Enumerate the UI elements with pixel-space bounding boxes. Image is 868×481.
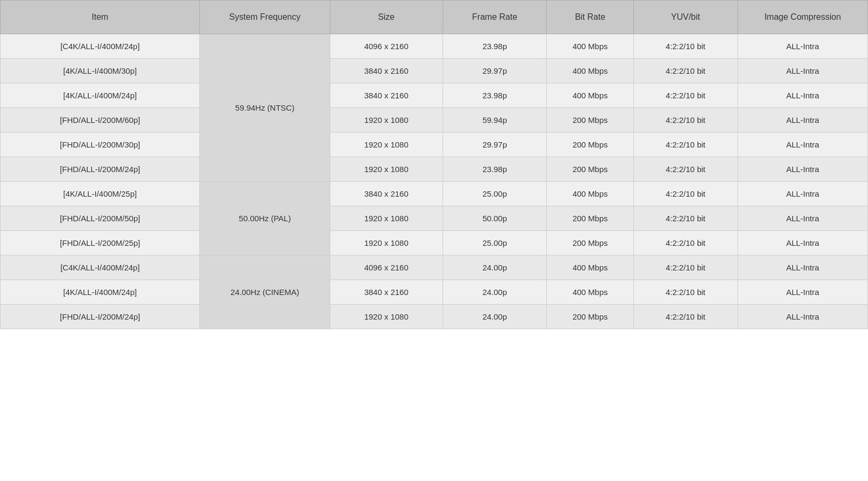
cell-yuv-bit: 4:2:2/10 bit xyxy=(633,157,738,182)
header-yuv-bit: YUV/bit xyxy=(633,1,738,34)
cell-frame-rate: 24.00p xyxy=(443,305,547,329)
cell-frame-rate: 24.00p xyxy=(443,280,547,305)
header-item: Item xyxy=(1,1,200,34)
cell-size: 1920 x 1080 xyxy=(330,133,443,157)
cell-frame-rate: 59.94p xyxy=(443,108,547,133)
table-row: [4K/ALL-I/400M/24p]3840 x 216024.00p400 … xyxy=(1,280,868,305)
cell-bit-rate: 400 Mbps xyxy=(547,182,633,206)
cell-image-compression: ALL-Intra xyxy=(738,157,868,182)
cell-image-compression: ALL-Intra xyxy=(738,206,868,231)
table-row: [C4K/ALL-I/400M/24p]59.94Hz (NTSC)4096 x… xyxy=(1,34,868,59)
table-row: [FHD/ALL-I/200M/24p]1920 x 108023.98p200… xyxy=(1,157,868,182)
header-frame-rate: Frame Rate xyxy=(443,1,547,34)
cell-image-compression: ALL-Intra xyxy=(738,280,868,305)
cell-image-compression: ALL-Intra xyxy=(738,83,868,108)
cell-frame-rate: 23.98p xyxy=(443,83,547,108)
cell-system-frequency: 50.00Hz (PAL) xyxy=(200,182,330,255)
cell-yuv-bit: 4:2:2/10 bit xyxy=(633,83,738,108)
cell-item: [FHD/ALL-I/200M/30p] xyxy=(1,133,200,157)
header-image-compression: Image Compression xyxy=(738,1,868,34)
header-size: Size xyxy=(330,1,443,34)
cell-yuv-bit: 4:2:2/10 bit xyxy=(633,255,738,280)
table-row: [FHD/ALL-I/200M/24p]1920 x 108024.00p200… xyxy=(1,305,868,329)
cell-frame-rate: 25.00p xyxy=(443,231,547,255)
table-row: [FHD/ALL-I/200M/50p]1920 x 108050.00p200… xyxy=(1,206,868,231)
cell-frame-rate: 29.97p xyxy=(443,133,547,157)
cell-item: [4K/ALL-I/400M/24p] xyxy=(1,83,200,108)
cell-image-compression: ALL-Intra xyxy=(738,59,868,83)
cell-image-compression: ALL-Intra xyxy=(738,182,868,206)
cell-item: [4K/ALL-I/400M/25p] xyxy=(1,182,200,206)
data-table: Item System Frequency Size Frame Rate Bi… xyxy=(0,0,868,329)
cell-size: 3840 x 2160 xyxy=(330,182,443,206)
table-row: [FHD/ALL-I/200M/60p]1920 x 108059.94p200… xyxy=(1,108,868,133)
cell-yuv-bit: 4:2:2/10 bit xyxy=(633,280,738,305)
header-bit-rate: Bit Rate xyxy=(547,1,633,34)
table-row: [4K/ALL-I/400M/30p]3840 x 216029.97p400 … xyxy=(1,59,868,83)
cell-size: 4096 x 2160 xyxy=(330,255,443,280)
cell-yuv-bit: 4:2:2/10 bit xyxy=(633,34,738,59)
cell-frame-rate: 24.00p xyxy=(443,255,547,280)
cell-image-compression: ALL-Intra xyxy=(738,255,868,280)
cell-bit-rate: 200 Mbps xyxy=(547,305,633,329)
cell-frame-rate: 25.00p xyxy=(443,182,547,206)
cell-frame-rate: 23.98p xyxy=(443,157,547,182)
table-row: [C4K/ALL-I/400M/24p]24.00Hz (CINEMA)4096… xyxy=(1,255,868,280)
cell-item: [FHD/ALL-I/200M/24p] xyxy=(1,305,200,329)
cell-item: [4K/ALL-I/400M/30p] xyxy=(1,59,200,83)
cell-size: 1920 x 1080 xyxy=(330,305,443,329)
cell-bit-rate: 400 Mbps xyxy=(547,34,633,59)
cell-image-compression: ALL-Intra xyxy=(738,305,868,329)
cell-item: [4K/ALL-I/400M/24p] xyxy=(1,280,200,305)
cell-bit-rate: 200 Mbps xyxy=(547,133,633,157)
cell-frame-rate: 23.98p xyxy=(443,34,547,59)
cell-yuv-bit: 4:2:2/10 bit xyxy=(633,133,738,157)
table-row: [4K/ALL-I/400M/24p]3840 x 216023.98p400 … xyxy=(1,83,868,108)
cell-image-compression: ALL-Intra xyxy=(738,108,868,133)
table-row: [4K/ALL-I/400M/25p]50.00Hz (PAL)3840 x 2… xyxy=(1,182,868,206)
cell-image-compression: ALL-Intra xyxy=(738,34,868,59)
cell-frame-rate: 50.00p xyxy=(443,206,547,231)
table-row: [FHD/ALL-I/200M/30p]1920 x 108029.97p200… xyxy=(1,133,868,157)
header-system-frequency: System Frequency xyxy=(200,1,330,34)
cell-size: 1920 x 1080 xyxy=(330,231,443,255)
cell-size: 1920 x 1080 xyxy=(330,108,443,133)
table-container: Item System Frequency Size Frame Rate Bi… xyxy=(0,0,868,329)
cell-yuv-bit: 4:2:2/10 bit xyxy=(633,231,738,255)
cell-bit-rate: 400 Mbps xyxy=(547,255,633,280)
cell-bit-rate: 200 Mbps xyxy=(547,108,633,133)
cell-size: 3840 x 2160 xyxy=(330,83,443,108)
cell-bit-rate: 200 Mbps xyxy=(547,206,633,231)
cell-bit-rate: 400 Mbps xyxy=(547,83,633,108)
cell-size: 1920 x 1080 xyxy=(330,157,443,182)
cell-item: [C4K/ALL-I/400M/24p] xyxy=(1,255,200,280)
cell-bit-rate: 400 Mbps xyxy=(547,59,633,83)
cell-yuv-bit: 4:2:2/10 bit xyxy=(633,206,738,231)
cell-item: [FHD/ALL-I/200M/50p] xyxy=(1,206,200,231)
cell-item: [C4K/ALL-I/400M/24p] xyxy=(1,34,200,59)
cell-item: [FHD/ALL-I/200M/25p] xyxy=(1,231,200,255)
cell-size: 3840 x 2160 xyxy=(330,59,443,83)
cell-size: 1920 x 1080 xyxy=(330,206,443,231)
cell-system-frequency: 59.94Hz (NTSC) xyxy=(200,34,330,182)
cell-bit-rate: 200 Mbps xyxy=(547,231,633,255)
cell-size: 4096 x 2160 xyxy=(330,34,443,59)
cell-yuv-bit: 4:2:2/10 bit xyxy=(633,305,738,329)
cell-yuv-bit: 4:2:2/10 bit xyxy=(633,182,738,206)
cell-yuv-bit: 4:2:2/10 bit xyxy=(633,108,738,133)
header-row: Item System Frequency Size Frame Rate Bi… xyxy=(1,1,868,34)
cell-bit-rate: 200 Mbps xyxy=(547,157,633,182)
cell-size: 3840 x 2160 xyxy=(330,280,443,305)
cell-image-compression: ALL-Intra xyxy=(738,133,868,157)
cell-item: [FHD/ALL-I/200M/60p] xyxy=(1,108,200,133)
cell-item: [FHD/ALL-I/200M/24p] xyxy=(1,157,200,182)
cell-yuv-bit: 4:2:2/10 bit xyxy=(633,59,738,83)
cell-frame-rate: 29.97p xyxy=(443,59,547,83)
cell-system-frequency: 24.00Hz (CINEMA) xyxy=(200,255,330,329)
table-body: [C4K/ALL-I/400M/24p]59.94Hz (NTSC)4096 x… xyxy=(1,34,868,329)
cell-bit-rate: 400 Mbps xyxy=(547,280,633,305)
cell-image-compression: ALL-Intra xyxy=(738,231,868,255)
table-row: [FHD/ALL-I/200M/25p]1920 x 108025.00p200… xyxy=(1,231,868,255)
